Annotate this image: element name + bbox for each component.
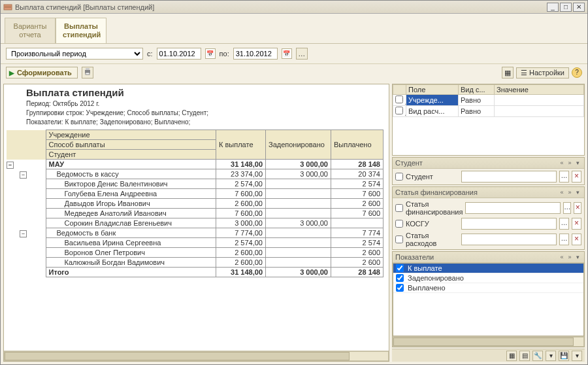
kosgu-pick-button[interactable]: … — [559, 218, 569, 230]
indicator-check[interactable] — [396, 274, 404, 282]
indicator-check[interactable] — [396, 284, 404, 292]
tool-icon[interactable]: ▾ — [572, 351, 582, 361]
kosgu-check[interactable] — [395, 220, 403, 228]
filter-field-header: Поле — [406, 85, 459, 95]
list-icon: ☰ — [521, 69, 527, 77]
tool-icon[interactable]: ▾ — [546, 351, 556, 361]
table-row: −МАУ31 148,003 000,0028 148 — [7, 160, 384, 169]
table-row: Васильева Ирина Сергеевна2 574,002 574 — [7, 238, 384, 248]
chevron-down-icon[interactable]: ▾ — [574, 253, 581, 261]
chevron-down-icon[interactable]: ▾ — [574, 159, 581, 167]
exp-input[interactable] — [461, 234, 557, 245]
maximize-button[interactable]: □ — [560, 3, 572, 12]
calendar-from-icon[interactable]: 📅 — [205, 48, 216, 59]
table-row: −Ведомость в банк7 774,007 774 — [7, 228, 384, 238]
indicator-row[interactable]: Задепонировано — [393, 273, 583, 283]
table-row: Калюжный Богдан Вадимович2 600,002 600 — [7, 258, 384, 268]
tab-payments[interactable]: Выплаты стипендий — [56, 18, 106, 43]
svg-rect-4 — [86, 68, 90, 70]
chevron-left-icon[interactable]: « — [558, 253, 566, 261]
filter-row[interactable]: Вид расч... Равно — [393, 106, 584, 117]
filter-value-header: Значение — [495, 85, 584, 95]
bottom-toolbar: ▦ ▤ 🔧 ▾ 💾 ▾ — [392, 349, 585, 362]
action-toolbar: ▶ Сформировать ▦ ☰ Настройки ? — [1, 63, 587, 81]
indicator-row[interactable]: К выплате — [393, 264, 583, 273]
from-label: с: — [147, 50, 153, 58]
exp-check[interactable] — [395, 235, 403, 243]
table-row: Викторов Денис Валентинович2 574,002 574 — [7, 179, 384, 189]
kosgu-input[interactable] — [461, 218, 557, 230]
report-meta: Период: Октябрь 2012 г. Группировки стро… — [7, 99, 384, 127]
exp-pick-button[interactable]: … — [559, 234, 569, 245]
tree-toggle[interactable]: − — [20, 230, 27, 237]
period-toolbar: Произвольный период с: 📅 по: 📅 … — [1, 43, 587, 63]
table-row: Давыдов Игорь Иванович2 600,002 600 — [7, 199, 384, 209]
wrench-icon[interactable]: 🔧 — [532, 351, 543, 361]
indicator-row[interactable]: Выплачено — [393, 283, 583, 293]
table-row: −Ведомость в кассу23 374,003 000,0020 37… — [7, 169, 384, 179]
settings-button[interactable]: ☰ Настройки — [516, 67, 569, 78]
panel-student: Студент « » ▾ Студент … × — [392, 157, 585, 185]
save-icon[interactable]: 💾 — [559, 351, 569, 361]
to-label: по: — [220, 50, 229, 58]
period-mode-select[interactable]: Произвольный период — [6, 48, 143, 60]
chevron-left-icon[interactable]: « — [558, 188, 566, 196]
panel-financing: Статья финансирования « » ▾ Статья финан… — [392, 186, 585, 250]
fin-input[interactable] — [465, 202, 561, 214]
filter-check-header — [393, 85, 406, 95]
filter-cond-header: Вид с... — [459, 85, 495, 95]
filter-row[interactable]: Учрежде... Равно — [393, 95, 584, 106]
chevron-down-icon[interactable]: ▾ — [574, 188, 581, 196]
table-row: Голубева Елена Андреевна7 600,007 600 — [7, 189, 384, 199]
tool-icon[interactable]: ▤ — [519, 351, 530, 361]
layout-button-1[interactable]: ▦ — [502, 67, 514, 78]
svg-rect-5 — [86, 73, 90, 75]
chevron-right-icon[interactable]: » — [566, 188, 574, 196]
filter-check[interactable] — [395, 96, 403, 103]
report-tabs: Варианты отчета Выплаты стипендий — [1, 14, 587, 43]
print-button[interactable] — [82, 67, 93, 78]
filter-check[interactable] — [395, 107, 403, 114]
date-from-input[interactable] — [157, 48, 201, 60]
report-table: Учреждение К выплате Задепонировано Выпл… — [7, 130, 384, 277]
filter-grid-panel: Поле Вид с... Значение Учрежде... Равно … — [392, 84, 585, 156]
table-row: Воронов Олег Петрович2 600,002 600 — [7, 248, 384, 258]
chevron-left-icon[interactable]: « — [558, 159, 566, 167]
svg-rect-1 — [5, 6, 11, 7]
window-title: Выплата стипендий [Выплаты стипендий] — [15, 3, 547, 11]
tab-variants[interactable]: Варианты отчета — [5, 18, 56, 43]
fin-check[interactable] — [395, 204, 403, 212]
tool-icon[interactable]: ▦ — [506, 351, 517, 361]
close-button[interactable]: ✕ — [573, 3, 585, 12]
generate-button[interactable]: ▶ Сформировать — [6, 67, 78, 78]
student-input[interactable] — [461, 171, 557, 182]
fin-clear-button[interactable]: × — [574, 202, 581, 214]
student-pick-button[interactable]: … — [559, 171, 569, 182]
total-label: Итого — [46, 268, 216, 277]
app-icon — [3, 3, 12, 12]
minimize-button[interactable]: _ — [547, 3, 559, 12]
report-area: Выплата стипендий Период: Октябрь 2012 г… — [3, 84, 389, 362]
kosgu-clear-button[interactable]: × — [572, 218, 581, 230]
table-row: Медведев Анатолий Иванович7 600,007 600 — [7, 209, 384, 218]
date-to-input[interactable] — [233, 48, 278, 60]
h-scrollbar[interactable] — [393, 336, 584, 347]
student-check[interactable] — [395, 173, 403, 181]
panel-indicators: Показатели « » ▾ К выплате Задепонирован… — [392, 251, 585, 347]
help-button[interactable]: ? — [572, 67, 582, 78]
tree-toggle[interactable]: − — [7, 162, 14, 169]
chevron-right-icon[interactable]: » — [566, 159, 574, 167]
chevron-right-icon[interactable]: » — [566, 253, 574, 261]
tree-toggle[interactable]: − — [20, 171, 27, 179]
table-row: Сорокин Владислав Евгеньевич3 000,003 00… — [7, 218, 384, 228]
play-icon: ▶ — [9, 69, 14, 77]
period-pick-button[interactable]: … — [296, 48, 308, 60]
h-scrollbar[interactable] — [4, 351, 389, 361]
svg-rect-2 — [5, 7, 11, 8]
indicator-check[interactable] — [396, 264, 404, 272]
exp-clear-button[interactable]: × — [572, 234, 581, 245]
student-clear-button[interactable]: × — [572, 171, 581, 182]
calendar-to-icon[interactable]: 📅 — [282, 48, 292, 59]
titlebar: Выплата стипендий [Выплаты стипендий] _ … — [1, 1, 587, 14]
fin-pick-button[interactable]: … — [563, 202, 571, 214]
